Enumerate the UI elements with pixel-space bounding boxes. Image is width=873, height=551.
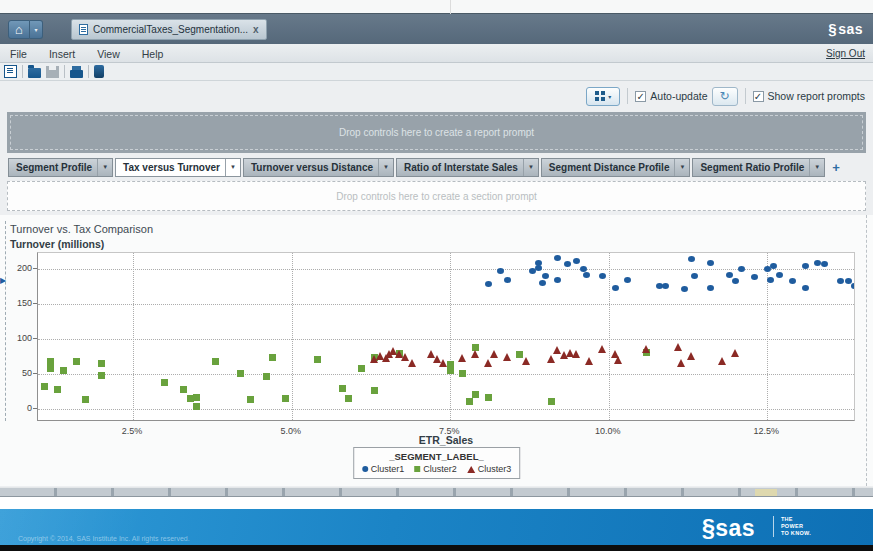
data-point-cluster2 xyxy=(47,365,54,372)
tab-dropdown-icon[interactable]: ▼ xyxy=(523,159,538,176)
data-point-cluster2 xyxy=(485,394,492,401)
legend-entry-cluster1[interactable]: Cluster1 xyxy=(362,464,405,474)
data-point-cluster2 xyxy=(459,370,466,377)
print-icon[interactable] xyxy=(70,70,83,78)
data-point-cluster1 xyxy=(624,277,631,283)
add-section-button[interactable]: + xyxy=(827,160,845,177)
data-point-cluster1 xyxy=(681,286,688,292)
y-tick-label: 200 xyxy=(6,263,32,273)
menu-item-file[interactable]: File xyxy=(10,48,27,60)
tab-dropdown-icon[interactable]: ▼ xyxy=(674,159,689,176)
tab-segment-ratio-profile[interactable]: Segment Ratio Profile▼ xyxy=(692,158,825,177)
data-point-cluster2 xyxy=(371,387,378,394)
data-point-cluster3 xyxy=(572,350,580,358)
save-icon[interactable] xyxy=(46,66,59,78)
x-tick-label: 12.5% xyxy=(753,426,779,436)
home-icon[interactable]: ⌂ xyxy=(8,20,30,39)
tab-label: Ratio of Interstate Sales xyxy=(397,162,523,173)
scatter-plot[interactable] xyxy=(37,252,855,421)
tab-dropdown-icon[interactable]: ▼ xyxy=(225,159,240,176)
data-point-cluster2 xyxy=(41,383,48,390)
data-point-cluster2 xyxy=(447,367,454,374)
y-tick-mark xyxy=(33,268,37,269)
tab-segment-distance-profile[interactable]: Segment Distance Profile▼ xyxy=(541,158,691,177)
tab-ratio-of-interstate-sales[interactable]: Ratio of Interstate Sales▼ xyxy=(396,158,539,177)
tab-segment-profile[interactable]: Segment Profile▼ xyxy=(8,158,113,177)
refresh-button[interactable]: ↻ xyxy=(712,87,738,106)
data-point-cluster3 xyxy=(677,359,685,367)
chart-title: Turnover vs. Tax Comparison xyxy=(10,223,153,235)
data-point-cluster2 xyxy=(161,379,168,386)
report-prompt-dropzone[interactable]: Drop controls here to create a report pr… xyxy=(7,112,866,153)
triangle-marker-icon xyxy=(467,466,475,473)
data-point-cluster3 xyxy=(522,357,530,365)
layout-tile-button[interactable]: ▾ xyxy=(586,87,620,106)
data-point-cluster3 xyxy=(439,359,447,367)
gridline-x xyxy=(292,253,293,420)
data-point-cluster1 xyxy=(691,273,698,279)
close-icon[interactable]: x xyxy=(253,24,259,35)
tab-dropdown-icon[interactable]: ▼ xyxy=(809,159,824,176)
legend-entry-cluster3[interactable]: Cluster3 xyxy=(467,464,512,474)
tab-tax-versus-turnover[interactable]: Tax versus Turnover▼ xyxy=(115,158,241,177)
panel-collapse-handle[interactable] xyxy=(1,221,6,421)
data-point-cluster2 xyxy=(466,398,473,405)
square-marker-icon xyxy=(414,466,420,472)
sas-footer-logo: §sas xyxy=(702,514,755,542)
data-point-cluster1 xyxy=(802,285,809,291)
data-point-cluster3 xyxy=(598,345,606,353)
tab-turnover-versus-distance[interactable]: Turnover versus Distance▼ xyxy=(243,158,394,177)
toolbar-separator xyxy=(88,65,89,78)
open-icon[interactable] xyxy=(28,68,41,78)
toolbar-separator xyxy=(22,65,23,78)
section-prompt-dropzone[interactable]: Drop controls here to create a section p… xyxy=(7,181,866,211)
data-point-cluster3 xyxy=(503,353,511,361)
data-point-cluster3 xyxy=(408,359,416,367)
new-document-icon[interactable] xyxy=(4,65,17,78)
sas-swirl-icon: § xyxy=(702,514,715,542)
data-point-cluster1 xyxy=(776,272,783,278)
properties-icon[interactable] xyxy=(94,65,104,78)
menu-item-help[interactable]: Help xyxy=(142,48,164,60)
data-point-cluster1 xyxy=(612,285,619,291)
report-document-icon xyxy=(79,24,88,35)
x-tick-label: 2.5% xyxy=(122,426,143,436)
tab-label: Segment Ratio Profile xyxy=(693,162,809,173)
menu-item-view[interactable]: View xyxy=(97,48,120,60)
report-prompt-text: Drop controls here to create a report pr… xyxy=(339,127,534,138)
data-point-cluster3 xyxy=(458,354,466,362)
horizontal-scrollbar[interactable] xyxy=(0,487,873,497)
data-point-cluster1 xyxy=(707,260,714,266)
data-point-cluster1 xyxy=(845,278,852,284)
document-tab[interactable]: CommercialTaxes_Segmentation... x xyxy=(71,19,267,40)
auto-update-checkbox[interactable]: ✓ xyxy=(635,91,646,102)
data-point-cluster2 xyxy=(180,386,187,393)
sas-footer: Copyright © 2014, SAS Institute Inc. All… xyxy=(0,509,873,545)
home-dropdown-icon[interactable]: ▾ xyxy=(30,20,43,39)
data-point-cluster1 xyxy=(851,283,855,289)
panel-expand-icon[interactable]: ▶ xyxy=(0,276,6,285)
legend-entry-cluster2[interactable]: Cluster2 xyxy=(414,464,457,474)
data-point-cluster2 xyxy=(237,370,244,377)
data-point-cluster3 xyxy=(585,357,593,365)
data-point-cluster2 xyxy=(193,394,200,401)
gridline-y xyxy=(38,339,854,340)
gridline-y xyxy=(38,304,854,305)
tab-dropdown-icon[interactable]: ▼ xyxy=(97,159,112,176)
sas-swirl-icon: § xyxy=(828,20,837,37)
data-point-cluster1 xyxy=(504,277,511,283)
data-point-cluster1 xyxy=(497,268,504,274)
menu-bar: FileInsertViewHelp Sign Out xyxy=(0,44,873,63)
data-point-cluster2 xyxy=(73,358,80,365)
data-point-cluster2 xyxy=(269,354,276,361)
workspace: ▾ ✓ Auto-update ↻ ✓ Show report prompts … xyxy=(0,81,873,497)
chart-legend: _SEGMENT_LABEL_ Cluster1Cluster2Cluster3 xyxy=(353,447,521,479)
legend-title: _SEGMENT_LABEL_ xyxy=(362,451,512,462)
sign-out-link[interactable]: Sign Out xyxy=(826,48,865,59)
menu-item-insert[interactable]: Insert xyxy=(49,48,75,60)
y-tick-mark xyxy=(33,303,37,304)
tab-dropdown-icon[interactable]: ▼ xyxy=(378,159,393,176)
data-point-cluster1 xyxy=(542,273,549,279)
data-point-cluster1 xyxy=(554,255,561,261)
show-report-prompts-checkbox[interactable]: ✓ xyxy=(753,91,764,102)
